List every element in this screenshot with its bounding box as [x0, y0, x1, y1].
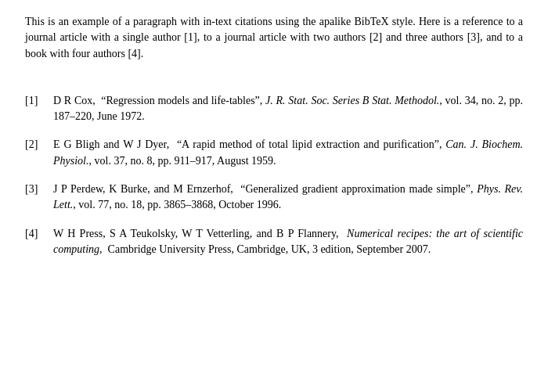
ref-content-1: D R Cox, “Regression models and life-tab…: [53, 93, 523, 125]
ref-label-3: [3]: [25, 182, 53, 214]
intro-paragraph: This is an example of a paragraph with i…: [25, 14, 523, 62]
reference-item-3: [3] J P Perdew, K Burke, and M Ernzerhof…: [25, 182, 523, 214]
reference-item-2: [2] E G Bligh and W J Dyer, “A rapid met…: [25, 137, 523, 169]
reference-item-1: [1] D R Cox, “Regression models and life…: [25, 93, 523, 125]
ref-label-4: [4]: [25, 226, 53, 258]
ref-content-4: W H Press, S A Teukolsky, W T Vetterling…: [53, 226, 523, 258]
ref-label-1: [1]: [25, 93, 53, 125]
ref-label-2: [2]: [25, 137, 53, 169]
page: This is an example of a paragraph with i…: [0, 0, 548, 289]
ref-content-2: E G Bligh and W J Dyer, “A rapid method …: [53, 137, 523, 169]
reference-item-4: [4] W H Press, S A Teukolsky, W T Vetter…: [25, 226, 523, 258]
ref-content-3: J P Perdew, K Burke, and M Ernzerhof, “G…: [53, 182, 523, 214]
references-section: [1] D R Cox, “Regression models and life…: [25, 93, 523, 257]
